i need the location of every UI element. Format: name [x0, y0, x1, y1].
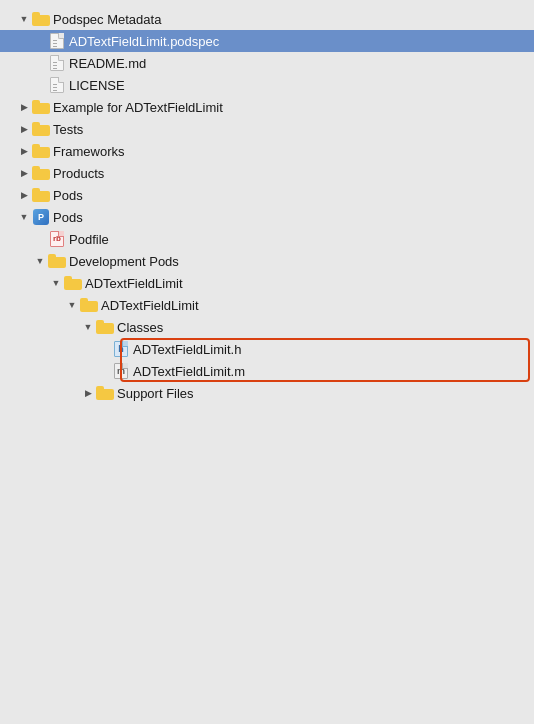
tree-item-podfile[interactable]: rb Podfile — [0, 228, 534, 250]
folder-icon-support-files — [96, 385, 114, 401]
folder-icon-pods-folder — [32, 187, 50, 203]
highlight-group: h ADTextFieldLimit.h m ADTextFieldLimit.… — [0, 338, 534, 382]
label-support-files: Support Files — [117, 387, 194, 400]
tree-item-pods-folder[interactable]: Pods — [0, 184, 534, 206]
label-podfile: Podfile — [69, 233, 109, 246]
label-podspec-file: ADTextFieldLimit.podspec — [69, 35, 219, 48]
label-adtextfieldlimit-h: ADTextFieldLimit.h — [133, 343, 241, 356]
label-pods-folder: Pods — [53, 189, 83, 202]
label-adtextfieldlimit-m: ADTextFieldLimit.m — [133, 365, 245, 378]
tree-item-frameworks[interactable]: Frameworks — [0, 140, 534, 162]
disclosure-pods-folder[interactable] — [16, 187, 32, 203]
disclosure-adtextfieldlimit-subgroup[interactable] — [64, 297, 80, 313]
disclosure-pods-root[interactable] — [16, 209, 32, 225]
label-adtextfieldlimit-subgroup: ADTextFieldLimit — [101, 299, 199, 312]
folder-icon-classes — [96, 319, 114, 335]
tree-item-support-files[interactable]: Support Files — [0, 382, 534, 404]
tree-item-adtextfieldlimit-group[interactable]: ADTextFieldLimit — [0, 272, 534, 294]
h-file-icon: h — [112, 341, 130, 357]
disclosure-tests[interactable] — [16, 121, 32, 137]
m-letter: m — [117, 367, 125, 376]
tree-item-podspec-metadata[interactable]: Podspec Metadata — [0, 8, 534, 30]
tree-item-example[interactable]: Example for ADTextFieldLimit — [0, 96, 534, 118]
tree-item-license[interactable]: LICENSE — [0, 74, 534, 96]
tree-item-adtextfieldlimit-h[interactable]: h ADTextFieldLimit.h — [0, 338, 534, 360]
tree-item-classes[interactable]: Classes — [0, 316, 534, 338]
tree-item-products[interactable]: Products — [0, 162, 534, 184]
label-pods-root: Pods — [53, 211, 83, 224]
tree-item-development-pods[interactable]: Development Pods — [0, 250, 534, 272]
label-example: Example for ADTextFieldLimit — [53, 101, 223, 114]
folder-icon-development-pods — [48, 253, 66, 269]
file-icon-readme — [48, 55, 66, 71]
m-file-icon: m — [112, 363, 130, 379]
disclosure-development-pods[interactable] — [32, 253, 48, 269]
tree-item-readme[interactable]: README.md — [0, 52, 534, 74]
label-frameworks: Frameworks — [53, 145, 125, 158]
tree-item-tests[interactable]: Tests — [0, 118, 534, 140]
label-classes: Classes — [117, 321, 163, 334]
tree-item-pods-root[interactable]: P Pods — [0, 206, 534, 228]
disclosure-products[interactable] — [16, 165, 32, 181]
disclosure-frameworks[interactable] — [16, 143, 32, 159]
label-adtextfieldlimit-group: ADTextFieldLimit — [85, 277, 183, 290]
label-development-pods: Development Pods — [69, 255, 179, 268]
pods-app-icon: P — [32, 209, 50, 225]
disclosure-support-files[interactable] — [80, 385, 96, 401]
folder-icon-podspec-metadata — [32, 11, 50, 27]
folder-icon-adtextfieldlimit-subgroup — [80, 297, 98, 313]
tree-item-adtextfieldlimit-m[interactable]: m ADTextFieldLimit.m — [0, 360, 534, 382]
tree-item-podspec-file[interactable]: ADTextFieldLimit.podspec — [0, 30, 534, 52]
tree-item-adtextfieldlimit-subgroup[interactable]: ADTextFieldLimit — [0, 294, 534, 316]
folder-icon-adtextfieldlimit-group — [64, 275, 82, 291]
rb-icon-podfile: rb — [48, 231, 66, 247]
label-license: LICENSE — [69, 79, 125, 92]
file-icon-license — [48, 77, 66, 93]
label-podspec-metadata: Podspec Metadata — [53, 13, 161, 26]
label-products: Products — [53, 167, 104, 180]
disclosure-example[interactable] — [16, 99, 32, 115]
file-tree: Podspec Metadata ADTextFieldLimit.podspe… — [0, 0, 534, 412]
folder-icon-products — [32, 165, 50, 181]
disclosure-adtextfieldlimit-group[interactable] — [48, 275, 64, 291]
folder-icon-tests — [32, 121, 50, 137]
h-letter: h — [118, 345, 124, 354]
tree-list: Podspec Metadata ADTextFieldLimit.podspe… — [0, 0, 534, 412]
folder-icon-example — [32, 99, 50, 115]
disclosure-classes[interactable] — [80, 319, 96, 335]
label-tests: Tests — [53, 123, 83, 136]
file-icon-podspec — [48, 33, 66, 49]
label-readme: README.md — [69, 57, 146, 70]
rb-letter: rb — [53, 235, 61, 243]
folder-icon-frameworks — [32, 143, 50, 159]
disclosure-podspec-metadata[interactable] — [16, 11, 32, 27]
